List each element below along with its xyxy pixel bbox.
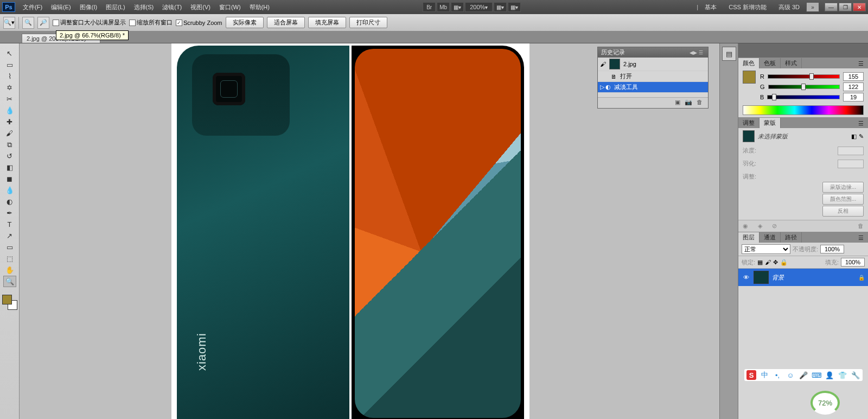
r-value[interactable]: 155: [843, 72, 864, 81]
menu-select[interactable]: 选择(S): [130, 0, 158, 14]
bridge-button[interactable]: Br: [423, 2, 436, 12]
masks-tab[interactable]: 蒙版: [760, 118, 781, 128]
fill-screen-button[interactable]: 填充屏幕: [308, 17, 346, 28]
zoom-tool[interactable]: 🔍: [3, 276, 16, 287]
fit-screen-button[interactable]: 适合屏幕: [267, 17, 305, 28]
color-panel-swatch[interactable]: [743, 71, 756, 84]
lasso-tool[interactable]: ⌇: [3, 71, 16, 82]
menu-help[interactable]: 帮助(H): [245, 0, 274, 14]
color-swatches[interactable]: [2, 295, 17, 310]
pen-tool[interactable]: ✒: [3, 207, 16, 219]
fill-value[interactable]: 100%: [841, 258, 865, 266]
sogou-icon[interactable]: S: [746, 370, 756, 380]
delete-state-icon[interactable]: 🗑: [697, 99, 703, 107]
zoom-in-icon[interactable]: 🔍: [22, 17, 34, 29]
panel-menu-icon[interactable]: ☰: [854, 59, 868, 68]
swatches-tab[interactable]: 色板: [760, 58, 781, 68]
history-snapshot[interactable]: 🖌 2.jpg: [598, 58, 708, 71]
panel-menu-icon[interactable]: ☰: [697, 49, 705, 56]
ime-tool-icon[interactable]: 🔧: [851, 370, 860, 380]
dodge-tool[interactable]: ◐: [3, 196, 16, 207]
new-snapshot-icon[interactable]: 📷: [685, 99, 692, 107]
paths-tab[interactable]: 路径: [781, 232, 802, 243]
menu-file[interactable]: 文件(F): [18, 0, 47, 14]
mb-button[interactable]: Mb: [437, 2, 450, 12]
invert-button[interactable]: 反相: [822, 206, 864, 217]
vector-mask-icon[interactable]: ✎: [859, 133, 864, 140]
crop-tool[interactable]: ✂: [3, 93, 16, 105]
ime-punct-icon[interactable]: •,: [773, 370, 782, 380]
path-select-tool[interactable]: ↗: [3, 230, 16, 242]
ime-emoji-icon[interactable]: ☺: [786, 370, 795, 380]
ime-skin-icon[interactable]: 👕: [838, 370, 847, 380]
load-mask-icon[interactable]: ◉: [743, 223, 748, 230]
zoom-all-checkbox[interactable]: 缩放所有窗口: [129, 18, 173, 27]
shape-tool[interactable]: ▭: [3, 242, 16, 253]
history-step-open[interactable]: 🗎 打开: [598, 71, 708, 82]
workspace-essentials[interactable]: 基本: [699, 2, 722, 12]
window-minimize[interactable]: —: [825, 3, 838, 11]
disable-mask-icon[interactable]: ⊘: [772, 223, 777, 230]
resize-window-checkbox[interactable]: 调整窗口大小以满屏显示: [53, 18, 126, 27]
density-field[interactable]: [838, 147, 864, 155]
menu-window[interactable]: 窗口(W): [215, 0, 245, 14]
move-tool[interactable]: ↖: [3, 48, 16, 59]
workspace-cs5new[interactable]: CSS 新增功能: [723, 2, 772, 12]
extras-button[interactable]: ▦▾: [508, 2, 521, 12]
lock-move-icon[interactable]: ✥: [773, 259, 778, 266]
history-step-dodge[interactable]: ▷ ◐ 减淡工具: [598, 82, 708, 93]
blend-mode-select[interactable]: 正常: [742, 244, 790, 254]
feather-field[interactable]: [838, 160, 864, 168]
lock-paint-icon[interactable]: 🖌: [765, 259, 771, 265]
delete-mask-icon[interactable]: 🗑: [858, 223, 864, 230]
window-restore[interactable]: ❐: [839, 3, 852, 11]
eyedropper-tool[interactable]: 💧: [3, 105, 16, 116]
menu-view[interactable]: 视图(V): [186, 0, 215, 14]
apply-mask-icon[interactable]: ◈: [758, 223, 762, 230]
color-tab[interactable]: 颜色: [738, 58, 760, 68]
pixel-mask-icon[interactable]: ◧: [851, 133, 857, 140]
ime-toolbar[interactable]: S 中 •, ☺ 🎤 ⌨ 👤 👕 🔧: [744, 369, 863, 381]
adjustments-tab[interactable]: 调整: [738, 118, 760, 128]
document-canvas[interactable]: xiaomi: [171, 43, 529, 419]
lock-all-icon[interactable]: 🔒: [780, 259, 788, 266]
new-doc-from-state-icon[interactable]: ▣: [675, 99, 680, 107]
menu-image[interactable]: 图像(I): [75, 0, 101, 14]
g-slider[interactable]: [768, 85, 840, 89]
type-tool[interactable]: T: [3, 219, 16, 230]
screen-mode-button[interactable]: ▦▾: [494, 2, 507, 12]
brush-tool[interactable]: 🖌: [3, 128, 16, 139]
current-tool-icon[interactable]: 🔍▾: [3, 17, 15, 29]
blur-tool[interactable]: 💧: [3, 185, 16, 196]
quick-select-tool[interactable]: ✡: [3, 82, 16, 93]
color-spectrum[interactable]: [743, 105, 864, 115]
panel-menu-icon[interactable]: ☰: [854, 233, 868, 243]
layer-visibility-icon[interactable]: 👁: [742, 274, 750, 281]
canvas-area[interactable]: xiaomi 历史记录 ◀▶ ☰ 🖌 2.jpg: [20, 43, 719, 419]
ime-voice-icon[interactable]: 🎤: [799, 370, 808, 380]
styles-tab[interactable]: 样式: [781, 58, 802, 68]
ime-login-icon[interactable]: 👤: [825, 370, 834, 380]
menu-layer[interactable]: 图层(L): [101, 0, 129, 14]
g-value[interactable]: 122: [843, 82, 864, 91]
lock-trans-icon[interactable]: ▦: [757, 259, 763, 266]
print-size-button[interactable]: 打印尺寸: [349, 17, 387, 28]
b-value[interactable]: 19: [843, 93, 864, 101]
history-panel-header[interactable]: 历史记录 ◀▶ ☰: [598, 47, 708, 58]
eraser-tool[interactable]: ◧: [3, 162, 16, 173]
layers-empty-area[interactable]: [738, 286, 868, 419]
menu-filter[interactable]: 滤镜(T): [158, 0, 186, 14]
menu-edit[interactable]: 编辑(E): [47, 0, 75, 14]
layer-row-background[interactable]: 👁 背景 🔒: [738, 269, 868, 286]
mask-edge-button[interactable]: 蒙版边缘...: [822, 182, 864, 193]
color-range-button[interactable]: 颜色范围...: [822, 194, 864, 205]
window-close[interactable]: ✕: [853, 3, 866, 11]
gradient-tool[interactable]: ◼: [3, 173, 16, 185]
actual-pixels-button[interactable]: 实际像素: [226, 17, 264, 28]
foreground-swatch[interactable]: [2, 295, 12, 304]
ime-lang-icon[interactable]: 中: [760, 370, 769, 380]
hand-tool[interactable]: ✋: [3, 264, 16, 276]
stamp-tool[interactable]: ⧉: [3, 139, 16, 150]
history-panel[interactable]: 历史记录 ◀▶ ☰ 🖌 2.jpg 🗎 打开 ▷ ◐ 减淡工具: [597, 47, 709, 109]
collapsed-panel-icon[interactable]: ▤: [722, 47, 736, 61]
